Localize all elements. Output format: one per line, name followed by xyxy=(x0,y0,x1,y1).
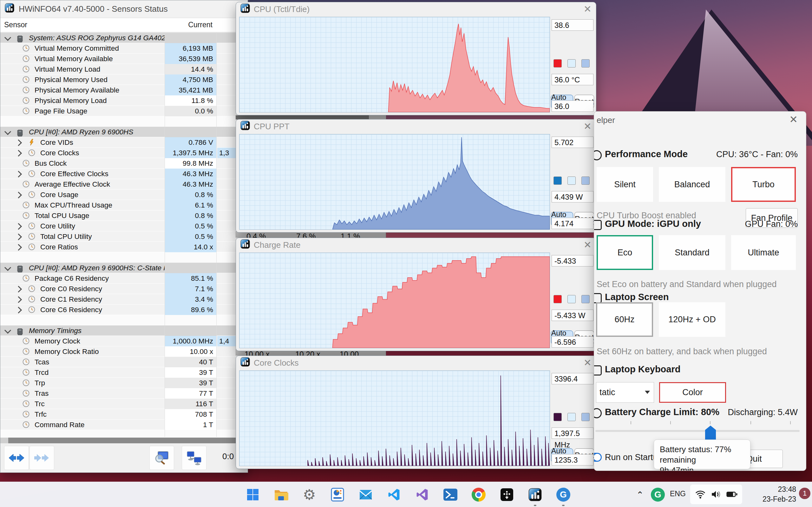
graph-titlebar[interactable]: Charge Rate xyxy=(236,238,596,252)
sensor-row[interactable]: Command Rate1 T xyxy=(0,419,248,430)
sensor-row[interactable]: Virtual Memory Committed6,193 MB xyxy=(0,43,248,54)
sensor-group-row[interactable]: CPU [#0]: AMD Ryzen 9 6900HS xyxy=(0,127,248,137)
chevron-down-icon[interactable] xyxy=(4,327,11,334)
sensor-row[interactable]: Core C1 Residency3.4 % xyxy=(0,294,248,304)
color-button[interactable]: Color xyxy=(659,382,726,403)
sensor-row[interactable]: Trcd39 T xyxy=(0,367,248,378)
sensor-row[interactable]: Virtual Memory Available36,539 MB xyxy=(0,54,248,64)
chevron-right-icon[interactable] xyxy=(15,307,22,314)
chevron-right-icon[interactable] xyxy=(15,150,22,157)
sensor-row[interactable]: Physical Memory Load11.8 % xyxy=(0,95,248,106)
chevron-right-icon[interactable] xyxy=(15,296,22,303)
sensor-row[interactable]: Core C0 Residency7.1 % xyxy=(0,284,248,294)
sensor-row[interactable]: Bus Clock99.8 MHz xyxy=(0,158,248,169)
tray-clock[interactable]: 23:48 23-Feb-23 xyxy=(745,485,796,504)
sensor-row[interactable]: Max CPU/Thread Usage6.1 % xyxy=(0,200,248,210)
grid-color-swatch[interactable] xyxy=(581,413,590,421)
taskbar-icon-ghelper[interactable]: G xyxy=(554,485,573,504)
grid-color-swatch[interactable] xyxy=(581,295,590,303)
sensor-row[interactable]: Total CPU Utility0.5 % xyxy=(0,231,248,242)
tray-quick-settings[interactable] xyxy=(690,485,742,504)
close-icon[interactable]: ✕ xyxy=(583,239,592,250)
taskbar-icon-system-monitor[interactable] xyxy=(328,485,347,504)
sensor-row[interactable]: Core Effective Clocks46.3 MHz xyxy=(0,169,248,179)
sensor-row[interactable]: Memory Clock Ratio10.00 x xyxy=(0,346,248,357)
series-color-swatch[interactable] xyxy=(554,295,562,303)
sensor-row[interactable]: Total CPU Usage0.8 % xyxy=(0,210,248,221)
notification-badge[interactable]: 1 xyxy=(799,488,810,499)
taskbar-icon-visual-studio[interactable] xyxy=(413,485,432,504)
series-color-swatch[interactable] xyxy=(554,59,562,67)
graph-titlebar[interactable]: CPU (Tctl/Tdie) xyxy=(236,2,596,16)
close-icon[interactable]: ✕ xyxy=(583,121,592,132)
background-color-swatch[interactable] xyxy=(567,176,576,185)
chevron-right-icon[interactable] xyxy=(15,233,22,240)
option-button-silent[interactable]: Silent xyxy=(597,167,653,202)
taskbar-icon-start[interactable] xyxy=(243,485,262,504)
grid-color-swatch[interactable] xyxy=(581,59,590,67)
tray-grammarly-icon[interactable]: G xyxy=(648,485,667,504)
option-button-120hz-od[interactable]: 120Hz + OD xyxy=(659,302,725,337)
chevron-down-icon[interactable] xyxy=(4,128,11,135)
tray-chevron-up-icon[interactable]: ⌃ xyxy=(636,490,644,500)
taskbar-icon-vscode[interactable] xyxy=(385,485,403,504)
taskbar-icon-dark-utility[interactable] xyxy=(497,485,516,504)
option-button-balanced[interactable]: Balanced xyxy=(659,167,725,202)
sensor-row[interactable]: Tcas40 T xyxy=(0,357,248,367)
taskbar-icon-hwinfo[interactable] xyxy=(525,485,545,504)
sensor-group-row[interactable]: Memory Timings xyxy=(0,326,248,336)
taskbar-icon-mail[interactable] xyxy=(356,485,375,504)
screen-capture-button[interactable] xyxy=(149,446,174,470)
option-button-turbo[interactable]: Turbo xyxy=(731,167,796,202)
background-color-swatch[interactable] xyxy=(567,413,576,421)
hwinfo-titlebar[interactable]: HWiNFO64 v7.40-5000 - Sensors Status xyxy=(0,0,248,18)
sensor-row[interactable]: Package C6 Residency85.1 % xyxy=(0,273,248,284)
scrollbar-thumb[interactable] xyxy=(8,438,248,443)
run-on-startup-toggle[interactable] xyxy=(594,453,602,462)
option-button-ultimate[interactable]: Ultimate xyxy=(731,235,796,270)
taskbar-icon-chrome[interactable] xyxy=(469,485,488,504)
close-icon[interactable]: ✕ xyxy=(583,3,592,14)
sensor-row[interactable]: Core Ratios14.0 x xyxy=(0,242,248,252)
slider-thumb[interactable] xyxy=(705,426,716,440)
sensor-row[interactable]: Physical Memory Used4,750 MB xyxy=(0,74,248,85)
sensor-row[interactable]: Core Clocks1,397.5 MHz1,3 xyxy=(0,148,248,158)
sensor-group-row[interactable]: System: ASUS ROG Zephyrus G14 GA402RK_..… xyxy=(0,33,248,43)
sensor-row[interactable]: Core C6 Residency89.6 % xyxy=(0,304,248,315)
series-color-swatch[interactable] xyxy=(554,413,562,421)
option-button-60hz[interactable]: 60Hz xyxy=(596,302,653,337)
chevron-right-icon[interactable] xyxy=(15,244,22,250)
sensor-row[interactable]: Virtual Memory Load14.4 % xyxy=(0,64,248,74)
sensor-row[interactable]: Physical Memory Available35,421 MB xyxy=(0,85,248,95)
chevron-right-icon[interactable] xyxy=(15,139,22,146)
taskbar-icon-settings[interactable]: ⚙ xyxy=(300,485,319,504)
tray-language[interactable]: ENG xyxy=(670,490,686,498)
chevron-right-icon[interactable] xyxy=(15,223,22,230)
grid-color-swatch[interactable] xyxy=(581,176,590,185)
taskbar-icon-file-explorer[interactable] xyxy=(271,485,291,504)
ghelper-title[interactable]: elper xyxy=(597,115,615,125)
sensor-group-row[interactable]: CPU [#0]: AMD Ryzen 9 6900HS: C-State Re… xyxy=(0,263,248,273)
chevron-down-icon[interactable] xyxy=(4,34,11,41)
sensor-row[interactable]: Core Utility0.5 % xyxy=(0,221,248,231)
graph-titlebar[interactable]: Core Clocks xyxy=(236,356,596,370)
option-button-standard[interactable]: Standard xyxy=(659,235,725,270)
close-icon[interactable]: ✕ xyxy=(789,113,798,125)
sensor-row[interactable]: Core Usage0.8 % xyxy=(0,189,248,200)
sensor-row[interactable]: Average Effective Clock46.3 MHz xyxy=(0,179,248,189)
sensor-row[interactable]: Trc116 T xyxy=(0,399,248,409)
graph-titlebar[interactable]: CPU PPT xyxy=(236,119,596,133)
sensor-row[interactable]: Page File Usage0.0 % xyxy=(0,106,248,116)
expand-columns-button[interactable] xyxy=(4,446,29,470)
option-button-eco[interactable]: Eco xyxy=(597,235,653,270)
sensor-row[interactable]: Trfc708 T xyxy=(0,409,248,419)
battery-limit-slider[interactable] xyxy=(595,430,800,432)
chevron-right-icon[interactable] xyxy=(15,286,22,292)
remote-monitoring-button[interactable] xyxy=(182,446,206,470)
close-icon[interactable]: ✕ xyxy=(583,357,592,368)
chevron-right-icon[interactable] xyxy=(15,171,22,177)
keyboard-mode-dropdown[interactable]: tatic xyxy=(596,382,654,403)
sensor-row[interactable]: Core VIDs0.786 V xyxy=(0,137,248,148)
sensor-row[interactable]: Memory Clock1,000.0 MHz1,4 xyxy=(0,336,248,346)
horizontal-scrollbar[interactable] xyxy=(0,438,248,443)
